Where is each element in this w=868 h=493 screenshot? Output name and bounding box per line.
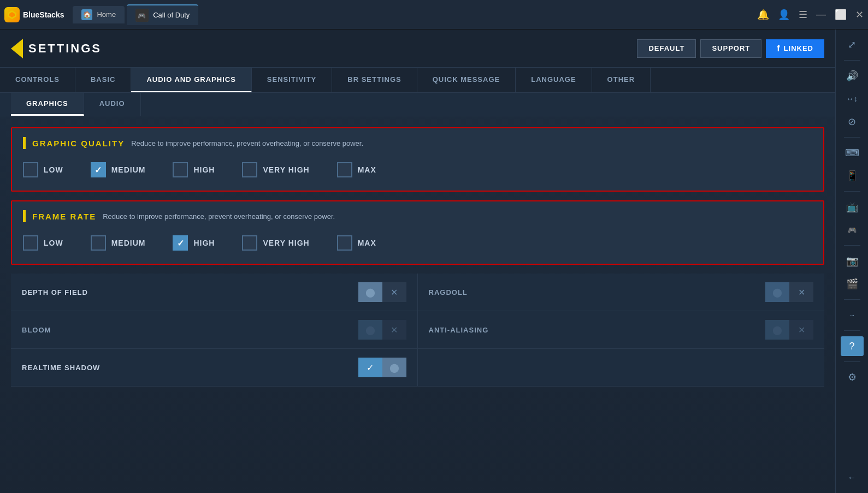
tab-controls[interactable]: CONTROLS [0, 68, 75, 92]
bloom-x-btn[interactable]: ✕ [382, 320, 406, 340]
fr-option-high[interactable]: HIGH [173, 235, 215, 251]
aa-circle-btn[interactable]: ⬤ [765, 320, 789, 340]
sidebar-tv-icon[interactable]: 📺 [841, 197, 864, 217]
tab-quick-message[interactable]: QUICK MESSAGE [417, 68, 516, 92]
subtab-graphics[interactable]: GRAPHICS [11, 93, 84, 116]
depth-of-field-toggle[interactable]: ⬤ ✕ [358, 282, 406, 302]
game-tab[interactable]: 🎮 Call of Duty [127, 4, 198, 25]
realtime-shadow-label: REALTIME SHADOW [22, 364, 358, 372]
main-content: SETTINGS DEFAULT SUPPORT f LINKED CONTRO… [0, 29, 868, 493]
gq-option-medium[interactable]: MEDIUM [91, 162, 146, 177]
dof-x-btn[interactable]: ✕ [382, 282, 406, 302]
fr-checkbox-medium[interactable] [91, 235, 106, 251]
ragdoll-row: RAGDOLL ⬤ ✕ [418, 274, 825, 311]
gq-checkbox-medium[interactable] [91, 162, 106, 177]
hamburger-icon[interactable]: ☰ [799, 9, 807, 21]
fr-checkbox-low[interactable] [23, 235, 38, 251]
bloom-circle-btn[interactable]: ⬤ [358, 320, 382, 340]
title-bar-controls: 🔔 👤 ☰ — ⬜ ✕ [757, 9, 864, 21]
gq-option-max[interactable]: MAX [337, 162, 376, 177]
content-area: GRAPHIC QUALITY Reduce to improve perfor… [0, 116, 835, 493]
sidebar-arrows-icon[interactable]: ↔↕ [841, 89, 864, 109]
graphic-quality-section: GRAPHIC QUALITY Reduce to improve perfor… [11, 127, 824, 192]
ragdoll-toggle[interactable]: ⬤ ✕ [765, 282, 813, 302]
tab-other[interactable]: OTHER [592, 68, 651, 92]
sidebar-sep-4 [844, 245, 860, 246]
frame-rate-options: LOW MEDIUM HIGH VERY HIGH [23, 231, 812, 255]
home-tab[interactable]: 🏠 Home [73, 6, 125, 23]
tab-language[interactable]: LANGUAGE [516, 68, 592, 92]
section-bar [23, 137, 26, 149]
sidebar-gamepad-icon[interactable]: 🎮 [841, 220, 864, 240]
bell-icon[interactable]: 🔔 [757, 9, 769, 21]
sidebar-slash-icon[interactable]: ⊘ [841, 112, 864, 132]
aa-x-btn[interactable]: ✕ [789, 320, 813, 340]
sidebar-phone-icon[interactable]: 📱 [841, 166, 864, 186]
gq-checkbox-high[interactable] [173, 162, 188, 177]
fr-label-very-high: VERY HIGH [263, 239, 309, 247]
tab-sensitivity[interactable]: SENSITIVITY [252, 68, 332, 92]
settings-title: SETTINGS [28, 41, 102, 56]
sub-tabs: GRAPHICS AUDIO [0, 93, 835, 116]
fr-option-low[interactable]: LOW [23, 235, 63, 251]
right-sidebar: ⤢ 🔊 ↔↕ ⊘ ⌨ 📱 📺 🎮 📷 🎬 ··· ? ⚙ ← [835, 29, 868, 493]
ragdoll-x-btn[interactable]: ✕ [789, 282, 813, 302]
subtab-audio[interactable]: AUDIO [84, 93, 141, 116]
minimize-icon[interactable]: — [816, 9, 826, 20]
rs-check-btn[interactable]: ✓ [358, 358, 382, 377]
sidebar-question-icon[interactable]: ? [841, 336, 864, 356]
gq-checkbox-very-high[interactable] [242, 162, 257, 177]
rs-circle-btn[interactable]: ⬤ [382, 358, 406, 377]
frame-rate-section: FRAME RATE Reduce to improve performance… [11, 200, 824, 265]
bloom-row: BLOOM ⬤ ✕ [11, 311, 418, 349]
maximize-icon[interactable]: ⬜ [835, 9, 847, 21]
frame-rate-desc: Reduce to improve performance, prevent o… [103, 212, 335, 221]
ragdoll-circle-btn[interactable]: ⬤ [765, 282, 789, 302]
fr-option-max[interactable]: MAX [337, 235, 376, 251]
anti-aliasing-toggle[interactable]: ⬤ ✕ [765, 320, 813, 340]
fr-label-medium: MEDIUM [111, 239, 146, 247]
fr-checkbox-very-high[interactable] [242, 235, 257, 251]
fr-checkbox-high[interactable] [173, 235, 188, 251]
sidebar-back-icon[interactable]: ← [841, 468, 864, 488]
facebook-icon: f [777, 44, 780, 54]
sidebar-dots-icon[interactable]: ··· [841, 305, 864, 325]
tab-audio-graphics[interactable]: AUDIO AND GRAPHICS [131, 68, 251, 92]
toggle-settings: DEPTH OF FIELD ⬤ ✕ RAGDOLL ⬤ ✕ BLO [11, 274, 824, 387]
dof-circle-btn[interactable]: ⬤ [358, 282, 382, 302]
tab-basic[interactable]: BASIC [75, 68, 131, 92]
gq-option-high[interactable]: HIGH [173, 162, 215, 177]
tab-br-settings[interactable]: BR SETTINGS [332, 68, 417, 92]
sidebar-sep-1 [844, 60, 860, 61]
sidebar-expand-icon[interactable]: ⤢ [841, 35, 864, 55]
realtime-shadow-toggle[interactable]: ✓ ⬤ [358, 358, 406, 377]
fr-option-very-high[interactable]: VERY HIGH [242, 235, 309, 251]
account-icon[interactable]: 👤 [778, 9, 790, 21]
linked-label: LINKED [784, 44, 813, 52]
gq-checkbox-max[interactable] [337, 162, 352, 177]
bloom-toggle[interactable]: ⬤ ✕ [358, 320, 406, 340]
default-button[interactable]: DEFAULT [637, 39, 696, 58]
close-icon[interactable]: ✕ [855, 9, 864, 21]
gq-label-medium: MEDIUM [111, 165, 146, 174]
gq-option-very-high[interactable]: VERY HIGH [242, 162, 309, 177]
app-name: BlueStacks [23, 10, 64, 19]
sidebar-camera-icon[interactable]: 📷 [841, 251, 864, 271]
graphic-quality-header: GRAPHIC QUALITY Reduce to improve perfor… [23, 137, 812, 149]
sidebar-gear-icon[interactable]: ⚙ [841, 367, 864, 387]
game-tab-label: Call of Duty [153, 11, 190, 19]
depth-of-field-row: DEPTH OF FIELD ⬤ ✕ [11, 274, 418, 311]
gq-option-low[interactable]: LOW [23, 162, 63, 177]
title-bar: BlueStacks 🏠 Home 🎮 Call of Duty 🔔 👤 ☰ —… [0, 0, 868, 29]
gq-checkbox-low[interactable] [23, 162, 38, 177]
sidebar-keyboard-icon[interactable]: ⌨ [841, 143, 864, 163]
sidebar-volume-icon[interactable]: 🔊 [841, 66, 864, 86]
sidebar-video-icon[interactable]: 🎬 [841, 274, 864, 294]
linked-button[interactable]: f LINKED [766, 39, 824, 58]
support-button[interactable]: SUPPORT [700, 39, 761, 58]
settings-panel: SETTINGS DEFAULT SUPPORT f LINKED CONTRO… [0, 29, 835, 493]
chevron-icon [11, 39, 23, 58]
fr-option-medium[interactable]: MEDIUM [91, 235, 146, 251]
fr-checkbox-max[interactable] [337, 235, 352, 251]
graphic-quality-options: LOW MEDIUM HIGH VERY HIGH [23, 158, 812, 182]
